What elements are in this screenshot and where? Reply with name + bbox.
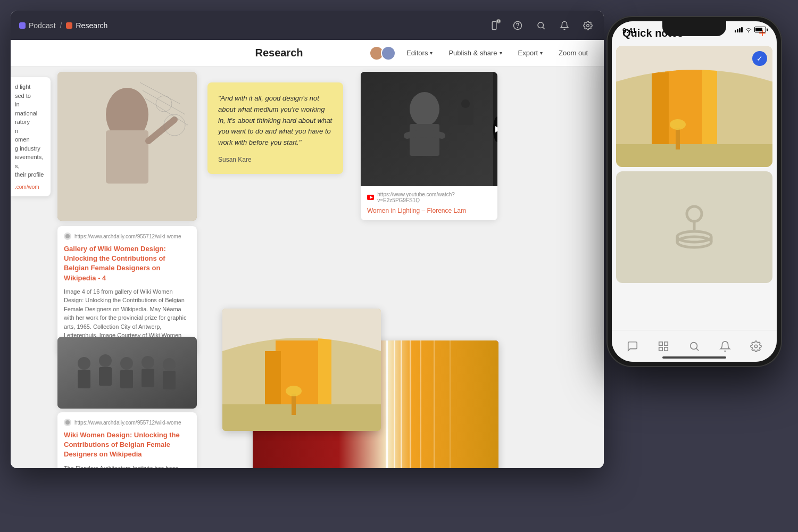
play-button[interactable] bbox=[493, 117, 497, 142]
phone-nav-search[interactable] bbox=[685, 337, 704, 356]
search-icon-btn[interactable] bbox=[534, 18, 548, 33]
svg-point-23 bbox=[65, 234, 70, 238]
svg-rect-27 bbox=[78, 370, 90, 388]
quote-card: "And with it all, good design's not abou… bbox=[207, 82, 343, 174]
breadcrumb-current[interactable]: Research bbox=[66, 21, 107, 30]
top-bar: Podcast / Research 0 bbox=[11, 11, 604, 40]
svg-point-5 bbox=[587, 24, 589, 27]
video-source-row: https://www.youtube.com/watch?v=E2z5PG9F… bbox=[367, 192, 491, 203]
svg-rect-42 bbox=[292, 394, 296, 415]
export-btn[interactable]: Export ▾ bbox=[513, 46, 548, 60]
arch-small-svg bbox=[222, 309, 381, 431]
link-card-1: https://www.archdaily.com/955712/wiki-wo… bbox=[57, 226, 197, 355]
editors-avatars bbox=[369, 46, 396, 61]
link-card-2: https://www.archdaily.com/955712/wiki-wo… bbox=[57, 412, 197, 468]
breadcrumb-separator: / bbox=[60, 21, 62, 30]
phone-home-indicator bbox=[662, 356, 726, 359]
youtube-icon bbox=[367, 195, 374, 200]
video-thumbnail[interactable] bbox=[361, 72, 497, 186]
partial-link[interactable]: .com/wom bbox=[15, 184, 39, 190]
svg-rect-52 bbox=[450, 340, 451, 468]
svg-rect-47 bbox=[394, 340, 395, 468]
help-icon-btn[interactable] bbox=[510, 18, 525, 33]
app-icon-placeholder bbox=[668, 201, 721, 254]
svg-rect-33 bbox=[142, 369, 154, 387]
svg-rect-0 bbox=[492, 21, 496, 29]
svg-point-62 bbox=[687, 206, 702, 221]
battery-icon bbox=[754, 27, 766, 32]
svg-rect-48 bbox=[401, 340, 402, 468]
phone-screen: 9:41 bbox=[612, 21, 777, 362]
left-partial-card: d lightsed toinrnationalratorynomeng ind… bbox=[11, 77, 51, 196]
phone-card-1[interactable]: ✓ bbox=[616, 46, 772, 167]
video-title-link[interactable]: Women in Lighting – Florence Lam bbox=[367, 207, 466, 214]
app-window: Podcast / Research 0 bbox=[11, 11, 604, 468]
phone-nav-chat[interactable] bbox=[623, 337, 642, 356]
phone-nav-grid[interactable] bbox=[654, 337, 673, 356]
mobile-icon-btn[interactable]: 0 bbox=[487, 18, 502, 33]
svg-marker-22 bbox=[370, 196, 373, 199]
quote-author: Susan Kare bbox=[218, 156, 332, 163]
phone-mockup: 9:41 bbox=[606, 16, 782, 367]
phone-card-2[interactable] bbox=[616, 171, 772, 283]
canvas[interactable]: d lightsed toinrnationalratorynomeng ind… bbox=[11, 66, 604, 468]
publish-chevron: ▾ bbox=[500, 50, 502, 56]
signal-icon bbox=[735, 27, 743, 32]
settings-icon-btn[interactable] bbox=[580, 18, 595, 33]
wifi-icon bbox=[745, 27, 752, 32]
video-source: https://www.youtube.com/watch?v=E2z5PG9F… bbox=[361, 186, 497, 220]
zoom-out-btn[interactable]: Zoom out bbox=[553, 46, 593, 60]
svg-rect-8 bbox=[106, 130, 148, 184]
breadcrumb-current-label: Research bbox=[76, 21, 107, 30]
export-chevron: ▾ bbox=[540, 50, 543, 56]
phone-checkmark[interactable]: ✓ bbox=[752, 51, 767, 66]
svg-point-36 bbox=[65, 420, 70, 425]
phone-nav-bell[interactable] bbox=[716, 337, 735, 356]
notifications-icon-btn[interactable] bbox=[557, 18, 572, 33]
video-thumbnail-img bbox=[361, 72, 493, 186]
phone-status-icons bbox=[735, 27, 766, 32]
phone-nav-settings[interactable] bbox=[746, 337, 766, 356]
woman-portrait-card bbox=[57, 72, 197, 221]
svg-line-73 bbox=[696, 348, 699, 351]
svg-rect-68 bbox=[659, 342, 662, 345]
breadcrumb-parent-label: Podcast bbox=[29, 21, 56, 30]
phone-notch bbox=[662, 21, 726, 36]
editors-btn[interactable]: Editors ▾ bbox=[401, 46, 438, 60]
breadcrumb-parent[interactable]: Podcast bbox=[19, 21, 56, 30]
svg-point-43 bbox=[286, 386, 302, 396]
svg-point-2 bbox=[518, 27, 518, 28]
group-photo-card bbox=[57, 337, 197, 409]
avatar-2 bbox=[381, 46, 396, 61]
svg-rect-71 bbox=[664, 347, 668, 350]
link2-desc: The Flanders Architecture Institute has … bbox=[64, 464, 190, 468]
svg-line-4 bbox=[543, 27, 544, 29]
svg-rect-69 bbox=[664, 342, 668, 345]
svg-rect-50 bbox=[420, 340, 421, 468]
svg-rect-60 bbox=[676, 128, 680, 149]
svg-rect-70 bbox=[659, 347, 662, 350]
partial-text: d lightsed toinrnationalratorynomeng ind… bbox=[15, 82, 46, 179]
research-color-dot bbox=[66, 22, 72, 29]
top-bar-right: 0 bbox=[487, 18, 595, 33]
link1-url: https://www.archdaily.com/955712/wiki-wo… bbox=[74, 234, 181, 239]
link1-title[interactable]: Gallery of Wiki Women Design: Unlocking … bbox=[64, 244, 190, 283]
link2-source-row: https://www.archdaily.com/955712/wiki-wo… bbox=[64, 419, 190, 426]
link2-url: https://www.archdaily.com/955712/wiki-wo… bbox=[74, 420, 181, 426]
svg-rect-18 bbox=[410, 124, 439, 156]
svg-point-32 bbox=[142, 356, 154, 369]
link1-favicon bbox=[64, 232, 71, 240]
svg-point-34 bbox=[163, 358, 176, 371]
svg-rect-31 bbox=[120, 370, 133, 388]
editors-chevron: ▾ bbox=[430, 50, 433, 56]
svg-point-61 bbox=[670, 119, 686, 130]
publish-share-btn[interactable]: Publish & share ▾ bbox=[443, 46, 507, 60]
phone-card1-svg bbox=[616, 46, 772, 167]
svg-point-26 bbox=[78, 357, 90, 370]
svg-point-20 bbox=[461, 99, 470, 108]
svg-rect-19 bbox=[458, 93, 473, 125]
link1-source-row: https://www.archdaily.com/955712/wiki-wo… bbox=[64, 232, 190, 240]
link2-title[interactable]: Wiki Women Design: Unlocking the Contrib… bbox=[64, 430, 190, 460]
board-title: Research bbox=[195, 47, 363, 59]
svg-rect-59 bbox=[616, 144, 772, 167]
